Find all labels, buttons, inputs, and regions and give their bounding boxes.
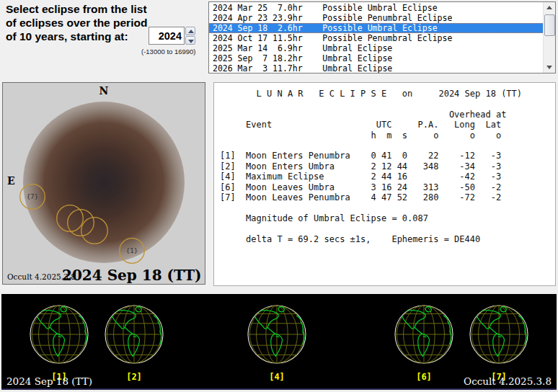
moon-circle-4 [68,210,94,236]
globe-view-2 [101,301,167,368]
report-event-row-4: [4] Maximum Eclipse 2 44 16 -42 -3 [220,172,555,182]
down-arrow-icon [188,40,194,43]
occult-lunar-eclipse-window: Select eclipse from the list of eclipses… [0,0,558,392]
diagram-date-title: 2024 Sep 18 (TT) [62,267,202,284]
eclipse-list-item[interactable]: 2025 Sep 7 18.2hr Umbral Eclipse [209,53,544,63]
report-magnitude: Magnitude of Umbral Eclipse = 0.087 [220,213,555,223]
globe-image [391,301,457,368]
globes-bar-date: 2024 Sep 18 (TT) [6,375,92,387]
start-year-spinner [185,27,195,45]
globe-view-6 [391,301,457,368]
globe-label-6: [6] [391,372,457,382]
eclipse-diagram-panel: N E {7} {1} Occult 4.2025.3.8 2024 Sep 1… [2,82,205,285]
up-arrow-icon [188,30,194,33]
year-range-hint: (-13000 to 16990) [141,48,196,55]
globes-bar-version: Occult 4.2025.3.8 [464,375,552,387]
globe-view-7 [466,301,532,368]
eclipse-list-item[interactable]: 2024 Oct 17 11.5hr Possible Penumbral Ec… [209,33,544,43]
scrollbar-up-button[interactable] [544,2,555,13]
report-event-row-7: [7] Moon Leaves Penumbra 4 47 52 280 -72… [220,192,555,202]
intro-line-1: Select eclipse from the list [6,2,208,16]
moon-circle-6 [81,218,108,244]
report-event-row-1: [1] Moon Enters Penumbra 0 41 0 22 -12 -… [220,151,555,161]
spinner-down-button[interactable] [185,36,195,45]
start-year-input[interactable] [149,27,184,44]
globe-label-4: [4] [244,372,310,382]
globe-image [244,301,310,368]
eclipse-report-panel: L U N A R E C L I P S E on 2024 Sep 18 (… [213,82,556,286]
report-event-row-6: [6] Moon Leaves Umbra 3 16 24 313 -50 -2 [220,182,555,192]
report-line [220,202,555,213]
globe-view-1 [26,301,92,368]
list-scrollbar[interactable] [543,2,555,73]
moon-label-1: {1} [126,247,138,254]
moon-label-7: {7} [27,193,38,200]
globe-image [466,301,532,368]
report-header-units: h m s o o o [220,130,555,141]
eclipse-listbox: 2024 Mar 25 7.0hr Possible Umbral Eclips… [208,1,556,74]
scroll-up-icon [546,6,552,9]
eclipse-list-item[interactable]: 2024 Mar 25 7.0hr Possible Umbral Eclips… [209,3,544,13]
report-delta-t: delta T = 69.2 secs ±1s, Ephemeris = DE4… [220,234,555,244]
eclipse-list-rows: 2024 Mar 25 7.0hr Possible Umbral Eclips… [209,3,544,74]
globe-label-2: [2] [101,372,167,382]
scroll-down-icon [546,66,552,69]
eclipse-list-item-selected[interactable]: 2024 Sep 18 2.6hr Possible Umbral Eclips… [209,23,544,33]
eclipse-list-item[interactable]: 2026 Mar 3 11.7hr Umbral Eclipse [209,63,544,74]
eclipse-list-item[interactable]: 2024 Apr 23 23.9hr Possible Penumbral Ec… [209,13,544,23]
scrollbar-down-button[interactable] [544,62,555,73]
start-year-box [149,27,185,45]
report-line [220,223,555,233]
report-line [220,99,555,109]
globe-views-bar: [1] [2] [4] [6] [7] 2024 Sep 18 (TT) Occ… [1,294,557,390]
report-header-overhead: Overhead at [220,110,555,120]
report-header-columns: Event UTC P.A. Long Lat [220,120,555,130]
globe-view-4 [244,301,310,368]
moon-positions-overlay [3,83,205,285]
scrollbar-thumb[interactable] [544,14,555,36]
report-line [220,141,555,151]
globe-image [101,301,167,368]
eclipse-list-item[interactable]: 2025 Mar 14 6.9hr Umbral Eclipse [209,43,544,53]
globe-image [26,301,92,368]
report-title: L U N A R E C L I P S E on 2024 Sep 18 (… [220,89,555,99]
spinner-up-button[interactable] [185,27,195,35]
report-event-row-2: [2] Moon Enters Umbra 2 12 44 348 -34 -3 [220,161,555,172]
